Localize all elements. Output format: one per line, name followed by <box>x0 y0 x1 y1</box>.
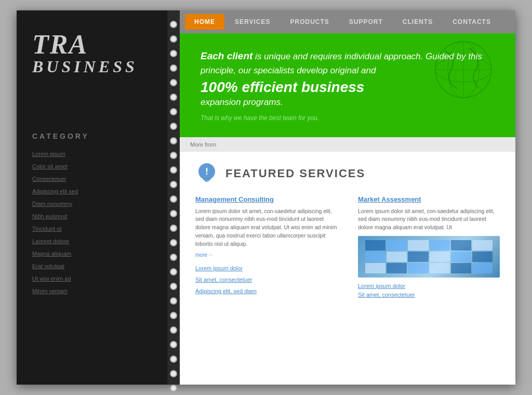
category-link[interactable]: Adipiscing elit sed <box>32 188 78 194</box>
bottom-link-2[interactable]: Sit amet, consectetuer <box>358 291 500 300</box>
category-link[interactable]: Lorem ipsum <box>32 151 65 157</box>
list-item: Sit amet, consectetuer <box>195 274 337 284</box>
thumb-cell <box>387 240 407 251</box>
featured-icon: ! <box>195 162 218 185</box>
list-item: Tincidunt ut <box>32 223 152 233</box>
service-link[interactable]: Lorem ipsum dolor <box>195 265 243 271</box>
spiral-dot <box>170 225 177 232</box>
logo-line1: TRA <box>32 31 152 58</box>
service-body-2: Lorem ipsum dolor sit amet, con-saedetur… <box>358 207 500 232</box>
spiral-dot <box>170 239 177 246</box>
category-link[interactable]: Color sit amet <box>32 163 68 169</box>
more-from-bar: More from <box>180 137 515 152</box>
hero-highlight: 100% efficient business <box>201 79 364 95</box>
spiral-dot <box>170 21 177 28</box>
spiral-dot <box>170 137 177 144</box>
thumb-cell <box>365 240 385 251</box>
spiral-dot <box>170 356 177 363</box>
nav-support[interactable]: SUPPORT <box>340 14 392 30</box>
list-item: Consectetuer <box>32 174 152 183</box>
thumb-cell <box>472 252 493 262</box>
list-item: Lorem ipsum dolor <box>195 263 337 272</box>
services-grid: Management Consulting Lorem ipsum dolor … <box>195 195 500 300</box>
list-item: Color sit amet <box>32 161 152 170</box>
list-item: Erat volutpat <box>32 261 152 270</box>
list-item: Ut wisi enim ad <box>32 273 152 283</box>
spiral-dot <box>170 326 177 334</box>
category-link[interactable]: Magna aliquam <box>32 251 71 257</box>
list-item: Minim veniam <box>32 286 152 295</box>
spiral-dot <box>170 79 177 86</box>
bottom-link-1[interactable]: Lorem ipsum dolor <box>358 282 500 291</box>
sidebar: TRA BUSINESS CATEGORY Lorem ipsum Color … <box>17 10 167 385</box>
spiral-dot <box>170 195 177 203</box>
thumb-cell <box>408 240 428 251</box>
spiral-dot <box>170 35 177 43</box>
thumb-cell <box>451 240 471 251</box>
spiral-dot <box>170 152 177 159</box>
hero-highlight-line: 100% efficient business <box>201 79 495 96</box>
list-item: Adipiscing elit sed <box>32 186 152 195</box>
hero-emphasis: Each client <box>201 50 252 61</box>
nav-clients[interactable]: CLIENTS <box>393 14 442 30</box>
nav-contacts[interactable]: CONTACTS <box>443 14 500 30</box>
service-item-1: Management Consulting Lorem ipsum dolor … <box>195 195 337 300</box>
page-wrapper: TRA BUSINESS CATEGORY Lorem ipsum Color … <box>17 10 515 385</box>
hero-line1: Each client is unique and requires indiv… <box>201 49 495 77</box>
thumb-cell <box>365 263 385 273</box>
more-from-text: More from <box>190 141 216 148</box>
thumb-cell <box>451 252 471 262</box>
logo: TRA BUSINESS <box>32 31 152 75</box>
list-item: Magna aliquam <box>32 248 152 258</box>
spiral-dot <box>170 370 177 377</box>
thumb-cell <box>387 263 407 273</box>
service-link[interactable]: Adipiscing elit, sed diam <box>195 288 257 294</box>
service-more-1[interactable]: more ··· <box>195 252 337 258</box>
spiral-dot <box>170 254 177 261</box>
category-link[interactable]: Laoreet dolore <box>32 238 69 244</box>
thumb-cell <box>430 252 450 262</box>
nav-home[interactable]: HOME <box>185 14 224 30</box>
nav-services[interactable]: SERVICES <box>225 14 280 30</box>
spiral-dot <box>170 108 177 115</box>
service-item-2: Market Assessment Lorem ipsum dolor sit … <box>358 195 500 300</box>
spiral-dot <box>170 297 177 305</box>
category-link[interactable]: Consectetuer <box>32 176 66 182</box>
logo-area: TRA BUSINESS <box>17 10 167 85</box>
thumb-cell <box>365 252 385 262</box>
list-item: Diam nonummy <box>32 199 152 208</box>
logo-line2: BUSINESS <box>32 58 152 75</box>
service-link[interactable]: Sit amet, consectetuer <box>195 276 252 283</box>
service-title-1[interactable]: Management Consulting <box>195 195 337 203</box>
spiral-dot <box>170 385 177 392</box>
category-list: Lorem ipsum Color sit amet Consectetuer … <box>32 149 152 295</box>
category-link[interactable]: Ut wisi enim ad <box>32 275 71 282</box>
thumb-cell <box>408 263 428 273</box>
thumbnail-grid <box>365 240 493 273</box>
hero-sub: That is why we have the best team for yo… <box>201 114 495 122</box>
thumb-cell <box>430 263 450 273</box>
thumb-cell <box>408 252 428 262</box>
category-link[interactable]: Diam nonummy <box>32 201 72 207</box>
navbar: HOME SERVICES PRODUCTS SUPPORT CLIENTS C… <box>180 10 515 33</box>
content-area: HOME SERVICES PRODUCTS SUPPORT CLIENTS C… <box>180 10 515 385</box>
category-title: CATEGORY <box>32 132 152 140</box>
thumb-cell <box>472 263 493 273</box>
category-link[interactable]: Minim veniam <box>32 288 68 294</box>
hero-text: Each client is unique and requires indiv… <box>201 49 495 122</box>
service-body-1: Lorem ipsum dolor sit amet, con-saedetur… <box>195 207 337 248</box>
featured-header: ! FEATURED SERVICES <box>195 162 500 185</box>
spiral-dot <box>170 268 177 275</box>
service-title-2[interactable]: Market Assessment <box>358 195 500 203</box>
thumb-cell <box>451 263 471 273</box>
spiral-dot <box>170 94 177 101</box>
nav-products[interactable]: PRODUCTS <box>281 14 338 30</box>
svg-text:!: ! <box>205 166 208 177</box>
category-link[interactable]: Erat volutpat <box>32 263 64 269</box>
list-item: Adipiscing elit, sed diam <box>195 286 337 295</box>
category-link[interactable]: Tincidunt ut <box>32 226 61 232</box>
service-links-list: Lorem ipsum dolor Sit amet, consectetuer… <box>195 263 337 295</box>
bottom-links: Lorem ipsum dolor Sit amet, consectetuer <box>358 282 500 300</box>
spiral-dot <box>170 181 177 188</box>
category-link[interactable]: Nibh euismod <box>32 213 67 219</box>
